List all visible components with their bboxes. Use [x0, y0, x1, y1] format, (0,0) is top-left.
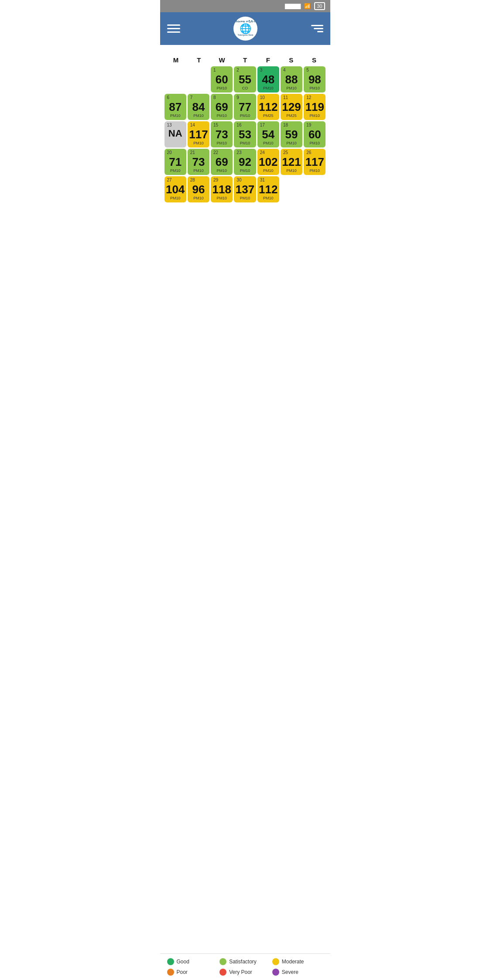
calendar-cell[interactable]: 160PM10 [211, 66, 233, 93]
calendar-day-name: M [164, 56, 188, 64]
calendar-cell[interactable]: 598PM10 [304, 66, 326, 93]
cell-day-number: 15 [213, 123, 218, 128]
cell-day-number: 28 [190, 178, 195, 183]
calendar-cell[interactable]: 25121PM10 [281, 149, 302, 175]
cell-day-number: 17 [260, 123, 265, 128]
calendar-cell [281, 176, 302, 202]
cell-pollutant: PM10 [193, 196, 204, 200]
cell-aqi-value: 71 [169, 156, 182, 168]
cell-pollutant: PM10 [216, 86, 227, 90]
cell-aqi-value: 77 [239, 101, 251, 113]
cell-aqi-value: NA [168, 129, 182, 138]
calendar-cell[interactable]: 977PM10 [234, 94, 256, 120]
calendar-cell[interactable]: 27104PM10 [164, 176, 186, 202]
cell-pollutant: PM10 [216, 196, 227, 200]
calendar-cell[interactable]: 1573PM10 [211, 121, 233, 147]
hamburger-menu[interactable] [167, 24, 180, 33]
calendar-cell [304, 176, 326, 202]
cell-pollutant: PM10 [170, 196, 181, 200]
cell-day-number: 22 [213, 150, 218, 155]
calendar-day-name: S [303, 56, 326, 64]
calendar-cell[interactable]: 1859PM10 [281, 121, 302, 147]
cell-aqi-value: 69 [216, 156, 228, 168]
calendar-cell[interactable]: 255CO [234, 66, 256, 93]
cell-aqi-value: 84 [192, 101, 205, 113]
cell-pollutant: PM10 [310, 168, 320, 173]
cell-pollutant: PM10 [240, 168, 250, 173]
calendar-cell[interactable]: 488PM10 [281, 66, 302, 93]
cell-aqi-value: 54 [262, 129, 274, 140]
calendar-cell[interactable]: 687PM10 [164, 94, 186, 120]
calendar-cell[interactable]: 2269PM10 [211, 149, 233, 175]
calendar-cell[interactable]: 1960PM10 [304, 121, 326, 147]
cell-day-number: 14 [190, 123, 195, 128]
cell-aqi-value: 112 [259, 101, 278, 113]
calendar-cell[interactable]: 24102PM10 [257, 149, 279, 175]
signal-icon: ▇▇▇▇ [285, 3, 301, 9]
app-header: తెలంగాణ రాష్ట్ర 🌐 Telangana State [160, 12, 330, 45]
calendar-cell[interactable]: 2071PM10 [164, 149, 186, 175]
calendar-cell[interactable]: 1754PM10 [257, 121, 279, 147]
cell-aqi-value: 60 [308, 129, 321, 140]
cell-aqi-value: 73 [192, 156, 205, 168]
cell-day-number: 16 [236, 123, 241, 128]
calendar-cell[interactable]: 12119PM10 [304, 94, 326, 120]
cell-pollutant: PM10 [310, 113, 320, 118]
calendar-cell[interactable]: 869PM10 [211, 94, 233, 120]
calendar-cell[interactable]: 2896PM10 [188, 176, 209, 202]
cell-aqi-value: 60 [216, 74, 228, 85]
calendar-cell[interactable]: 13NA [164, 121, 186, 147]
calendar-day-name: F [257, 56, 280, 64]
cell-day-number: 6 [167, 95, 170, 100]
cell-day-number: 8 [213, 95, 216, 100]
cell-pollutant: PM10 [193, 168, 204, 173]
battery-indicator: 30 [314, 2, 325, 10]
cell-aqi-value: 69 [216, 101, 228, 113]
calendar-cell[interactable]: 1653PM10 [234, 121, 256, 147]
cell-pollutant: PM10 [310, 86, 320, 90]
calendar-day-name: S [280, 56, 303, 64]
cell-pollutant: PM10 [240, 141, 250, 145]
cell-day-number: 10 [260, 95, 265, 100]
cell-aqi-value: 104 [166, 184, 185, 195]
calendar-cell[interactable]: 2173PM10 [188, 149, 209, 175]
cell-aqi-value: 129 [282, 101, 301, 113]
cell-pollutant: PM10 [193, 113, 204, 118]
cell-pollutant: PM10 [170, 113, 181, 118]
calendar-cell[interactable]: 31112PM10 [257, 176, 279, 202]
cell-day-number: 9 [236, 95, 239, 100]
cell-day-number: 21 [190, 150, 195, 155]
cell-aqi-value: 98 [308, 74, 321, 85]
cell-day-number: 7 [190, 95, 193, 100]
calendar-cell[interactable]: 26117PM10 [304, 149, 326, 175]
filter-menu[interactable] [311, 25, 323, 32]
status-bar: ▇▇▇▇ 📶 30 [160, 0, 330, 12]
cell-pollutant: PM10 [263, 168, 274, 173]
cell-day-number: 26 [306, 150, 311, 155]
calendar-cell[interactable]: 2392PM10 [234, 149, 256, 175]
cell-aqi-value: 87 [169, 101, 182, 113]
cell-aqi-value: 53 [239, 129, 251, 140]
calendar-cell[interactable]: 784PM10 [188, 94, 209, 120]
calendar-cell[interactable]: 348PM10 [257, 66, 279, 93]
calendar-cell[interactable]: 29118PM10 [211, 176, 233, 202]
calendar-cell[interactable]: 11129PM25 [281, 94, 302, 120]
cell-pollutant: PM25 [263, 113, 274, 118]
cell-aqi-value: 119 [305, 101, 324, 113]
cell-day-number: 24 [260, 150, 265, 155]
cell-aqi-value: 48 [262, 74, 274, 85]
cell-aqi-value: 137 [236, 184, 254, 195]
cell-pollutant: PM10 [286, 168, 297, 173]
cell-aqi-value: 118 [212, 184, 231, 195]
cell-day-number: 1 [213, 68, 216, 73]
calendar-cell[interactable]: 30137PM10 [234, 176, 256, 202]
cell-day-number: 11 [283, 95, 288, 100]
cell-day-number: 13 [167, 123, 172, 128]
cell-pollutant: PM25 [286, 113, 297, 118]
cell-day-number: 19 [306, 123, 311, 128]
calendar-cell[interactable]: 14117PM10 [188, 121, 209, 147]
cell-pollutant: PM10 [216, 113, 227, 118]
calendar-cell[interactable]: 10112PM25 [257, 94, 279, 120]
cell-day-number: 29 [213, 178, 218, 183]
cell-day-number: 25 [283, 150, 288, 155]
